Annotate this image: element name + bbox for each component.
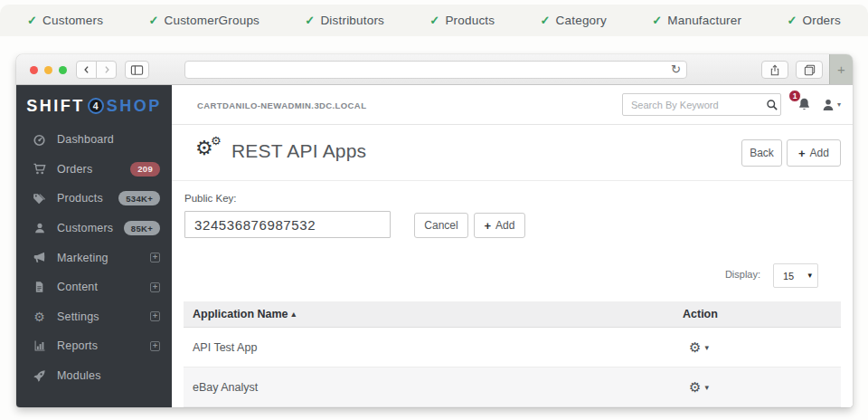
plus-icon: +: [837, 62, 845, 77]
new-tab-button[interactable]: +: [829, 54, 853, 84]
action-gear-icon[interactable]: ⚙: [689, 379, 701, 396]
tags-icon: [32, 192, 47, 205]
sidebar-item-modules[interactable]: Modules: [16, 361, 172, 391]
share-icon: [769, 63, 781, 77]
validation-item-manufacturer: ✓Manufacturer: [652, 14, 741, 27]
zoom-window-button[interactable]: [59, 66, 67, 74]
bar-chart-icon: [32, 339, 47, 352]
account-menu-button[interactable]: ▾: [821, 98, 841, 112]
chevron-left-icon: [81, 64, 92, 75]
browser-toolbar: ↻ +: [16, 54, 853, 85]
sidebar-icon: [130, 63, 144, 77]
validation-item-customergroups: ✓CustomerGroups: [148, 14, 259, 27]
chevron-right-icon: [101, 64, 112, 75]
column-application-name[interactable]: Application Name ▴: [184, 308, 683, 320]
user-icon: [32, 222, 47, 234]
cogs-icon: ⚙⚙: [195, 137, 213, 160]
sidebar-item-label: Customers: [57, 222, 124, 234]
logo-4-badge: 4: [88, 98, 104, 114]
plus-icon: +: [798, 147, 806, 160]
sidebar-item-content[interactable]: Content +: [16, 272, 172, 302]
check-icon: ✓: [540, 14, 550, 27]
display-label: Display:: [725, 269, 760, 280]
sidebar-item-marketing[interactable]: Marketing +: [16, 243, 172, 272]
sidebar-item-label: Products: [57, 192, 118, 205]
sidebar-item-products[interactable]: Products 534K+: [16, 184, 172, 214]
sidebar-item-dashboard[interactable]: Dashboard: [16, 125, 172, 155]
validation-item-orders: ✓Orders: [787, 14, 841, 27]
expand-icon[interactable]: +: [150, 341, 160, 351]
sort-asc-icon: ▴: [292, 310, 297, 319]
public-key-field[interactable]: [184, 211, 391, 238]
sidebar-item-settings[interactable]: ⚙ Settings +: [16, 302, 172, 332]
sidebar-item-label: Reports: [57, 339, 150, 352]
caret-down-icon[interactable]: ▾: [704, 383, 709, 392]
add-app-button[interactable]: +Add: [787, 139, 841, 167]
app-name-cell: eBay Analyst: [184, 381, 683, 394]
share-button[interactable]: [761, 61, 788, 79]
tabs-icon: [803, 63, 816, 77]
minimize-window-button[interactable]: [44, 66, 52, 74]
sidebar-item-label: Modules: [57, 369, 160, 382]
sidebar-item-reports[interactable]: Reports +: [16, 331, 172, 361]
gears-icon: ⚙: [32, 310, 47, 324]
sidebar-item-customers[interactable]: Customers 85K+: [16, 214, 172, 243]
caret-down-icon[interactable]: ▾: [704, 343, 709, 352]
check-icon: ✓: [305, 14, 315, 27]
validation-label: Customers: [42, 14, 103, 27]
notifications-button[interactable]: 1: [797, 97, 813, 113]
browser-sidebar-toggle-button[interactable]: [125, 61, 149, 79]
display-select[interactable]: 15: [774, 264, 817, 287]
reload-icon[interactable]: ↻: [671, 62, 681, 76]
products-count-badge: 534K+: [118, 191, 160, 205]
admin-header: CARTDANILO-NEWADMIN.3DC.LOCAL 1 ▾: [172, 85, 853, 125]
action-gear-icon[interactable]: ⚙: [689, 339, 701, 356]
check-icon: ✓: [27, 14, 37, 27]
column-action: Action: [683, 308, 841, 320]
add-key-button[interactable]: +Add: [474, 213, 525, 238]
logo-text-shop: SHOP: [107, 97, 162, 116]
tab-overview-button[interactable]: [796, 61, 823, 79]
back-nav-button[interactable]: [76, 61, 97, 79]
check-icon: ✓: [148, 14, 158, 27]
expand-icon[interactable]: +: [150, 282, 160, 292]
sidebar-item-label: Orders: [57, 163, 130, 176]
logo-text-shift: SHIFT: [26, 97, 85, 116]
sidebar-item-label: Marketing: [57, 252, 150, 264]
close-window-button[interactable]: [30, 66, 38, 74]
dashboard-icon: [32, 133, 47, 147]
page-title: REST API Apps: [231, 140, 366, 162]
validation-item-products: ✓Products: [429, 14, 495, 27]
check-icon: ✓: [429, 14, 439, 27]
display-select-wrap: 15 ▾: [773, 263, 818, 288]
search-icon[interactable]: [763, 99, 780, 111]
admin-panel: SHIFT 4 SHOP Dashboard Orders 209: [16, 85, 853, 407]
page-title-bar: ⚙⚙ REST API Apps Back +Add: [172, 125, 853, 181]
admin-sidebar: SHIFT 4 SHOP Dashboard Orders 209: [16, 85, 172, 407]
check-icon: ✓: [787, 14, 797, 27]
validation-label: Category: [556, 14, 607, 27]
public-key-label: Public Key:: [184, 193, 237, 204]
app-name-cell: API Test App: [184, 341, 683, 354]
back-button[interactable]: Back: [741, 139, 782, 167]
sidebar-menu: Dashboard Orders 209 Products 534K+: [16, 121, 172, 390]
forward-nav-button[interactable]: [96, 61, 117, 79]
url-field[interactable]: [185, 62, 686, 79]
sidebar-item-orders[interactable]: Orders 209: [16, 155, 172, 185]
expand-icon[interactable]: +: [150, 253, 160, 262]
sidebar-item-label: Settings: [57, 310, 150, 323]
shift4shop-logo[interactable]: SHIFT 4 SHOP: [16, 85, 172, 121]
search-input[interactable]: [623, 100, 763, 110]
rocket-icon: [32, 369, 47, 383]
cancel-button[interactable]: Cancel: [414, 213, 468, 238]
check-icon: ✓: [652, 14, 662, 27]
document-icon: [32, 281, 47, 293]
admin-content: CARTDANILO-NEWADMIN.3DC.LOCAL 1 ▾ ⚙: [172, 85, 853, 407]
orders-count-badge: 209: [130, 162, 160, 177]
sidebar-item-label: Content: [57, 281, 150, 293]
table-row: eBay Analyst ⚙ ▾: [184, 368, 841, 407]
validation-bar: ✓Customers ✓CustomerGroups ✓Distributors…: [0, 5, 868, 36]
public-key-section: Public Key: Cancel +Add: [172, 181, 853, 256]
expand-icon[interactable]: +: [150, 311, 160, 321]
url-bar: ↻: [184, 61, 687, 79]
